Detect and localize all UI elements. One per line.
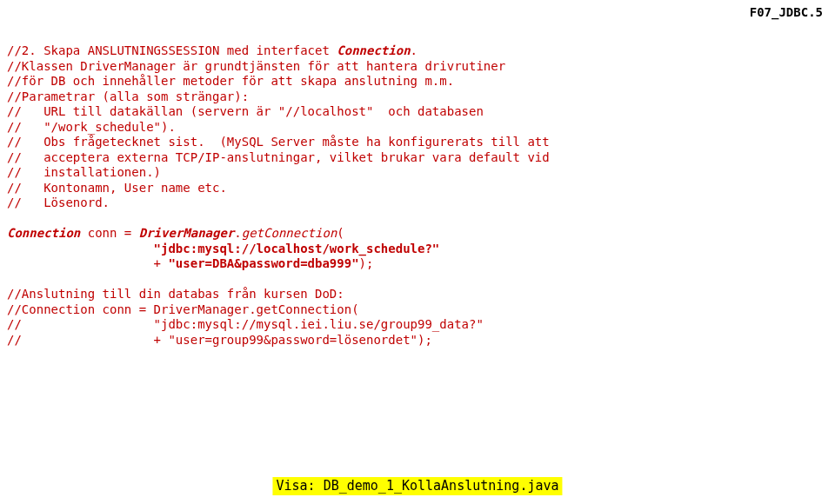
indent: + xyxy=(7,256,168,270)
code-block: //2. Skapa ANSLUTNINGSSESSION med interf… xyxy=(7,43,828,348)
code-text: ( xyxy=(337,226,344,240)
code-line: //2. Skapa ANSLUTNINGSSESSION med interf… xyxy=(7,43,337,57)
page: F07_JDBC.5 //2. Skapa ANSLUTNINGSSESSION… xyxy=(0,0,835,504)
code-line: // "jdbc:mysql://mysql.iei.liu.se/group9… xyxy=(7,317,484,331)
code-line: . xyxy=(411,43,418,57)
header-right: F07_JDBC.5 xyxy=(750,5,823,21)
indent xyxy=(7,242,154,255)
code-line: // "/work_schedule"). xyxy=(7,120,176,134)
string-literal: "user=DBA&password=dba999" xyxy=(168,256,358,270)
code-line: //för DB och innehåller metoder för att … xyxy=(7,74,454,88)
footer-highlight: Visa: DB_demo_1_KollaAnslutning.java xyxy=(272,477,562,495)
code-text: ); xyxy=(359,256,374,270)
type-connection: Connection xyxy=(337,43,410,57)
code-line: // + "user=group99&password=lösenordet")… xyxy=(7,333,432,347)
code-line: //Parametrar (alla som strängar): xyxy=(7,90,249,103)
code-line: //Anslutning till din databas från kurse… xyxy=(7,287,344,301)
type-connection: Connection xyxy=(7,226,80,240)
code-line: // Lösenord. xyxy=(7,196,110,209)
code-line: // Obs frågetecknet sist. (MySQL Server … xyxy=(7,135,550,149)
code-line: // URL till datakällan (servern är "//lo… xyxy=(7,104,484,118)
code-text: . xyxy=(234,226,241,240)
code-line: //Klassen DriverManager är grundtjänsten… xyxy=(7,59,505,73)
code-text: conn = xyxy=(80,226,138,240)
code-line: // Kontonamn, User name etc. xyxy=(7,181,227,195)
class-drivermanager: DriverManager xyxy=(139,226,235,240)
code-line: //Connection conn = DriverManager.getCon… xyxy=(7,302,359,316)
code-line: // acceptera externa TCP/IP-anslutningar… xyxy=(7,150,550,164)
method-getconnection: getConnection xyxy=(242,226,337,240)
code-line: // installationen.) xyxy=(7,165,161,179)
string-literal: "jdbc:mysql://localhost/work_schedule?" xyxy=(154,242,440,255)
